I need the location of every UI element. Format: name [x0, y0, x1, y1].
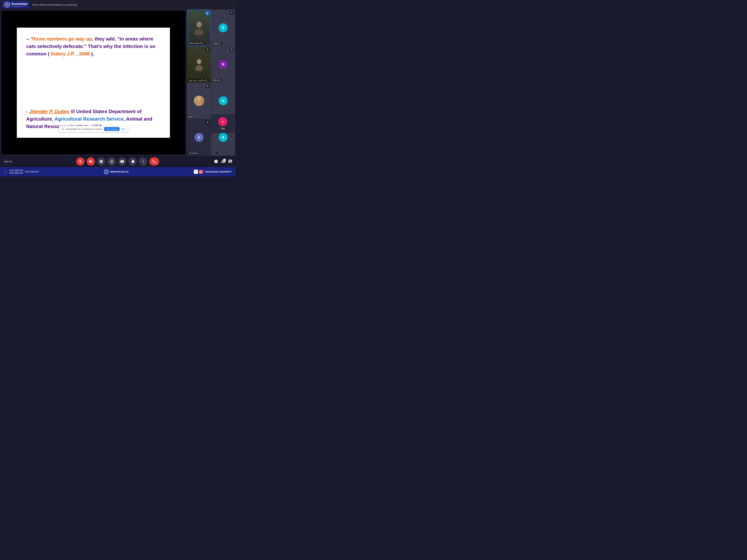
participant-name: عبدالعزيز جميل مهنه A...	[188, 79, 209, 81]
participants-panel: Dhary Alewy Alm... S shilan fa... عبدالع…	[187, 9, 235, 156]
you-avatar: r	[218, 117, 227, 126]
mic-muted-icon	[230, 47, 234, 52]
camera-button[interactable]	[87, 157, 95, 166]
avatar: S	[219, 23, 228, 32]
people-button-wrapper: 18	[221, 159, 225, 163]
logo: Knowledge UNIVERSITY	[2, 1, 29, 8]
participant-tile[interactable]: S shilan fa...	[211, 10, 235, 46]
screen-share-banner: meet.google.com is sharing your screen. …	[59, 126, 128, 132]
footer-right: f KNOWLEDGE UNIVERSITY	[194, 170, 232, 174]
phone-icon: 📞	[4, 170, 7, 174]
slide-citation: Dubey J.P. , 2008	[51, 51, 89, 57]
hide-link[interactable]: Hide	[121, 128, 125, 130]
top-bar: Knowledge UNIVERSITY Dhary Alewy Almashh…	[0, 0, 235, 9]
svg-point-12	[196, 101, 202, 105]
captions-button[interactable]	[97, 157, 105, 166]
instagram-icon	[199, 170, 203, 174]
presentation-area: -- Those numbers go way up, they add, "i…	[0, 9, 187, 156]
right-controls: 18	[214, 159, 232, 163]
globe-icon: 🌐	[104, 169, 108, 174]
mic-muted-icon	[206, 121, 210, 125]
svg-point-11	[197, 97, 201, 101]
participant-tile[interactable]: h hana hiwa	[187, 119, 211, 156]
slide-dash: --	[26, 36, 31, 42]
mic-active-icon	[205, 11, 209, 15]
social-label: KNOWLEDGE UNIVERSITY	[205, 170, 232, 173]
slide-highlight-orange: Those numbers go way up	[31, 36, 92, 42]
participant-tile[interactable]: عبدالعزيز جميل مهنه A...	[187, 46, 211, 82]
logo-title: Knowledge	[11, 2, 27, 6]
facebook-icon: f	[194, 170, 198, 174]
participant-tile[interactable]: Dhary Alewy Alm...	[187, 10, 211, 46]
emoji-button[interactable]	[108, 157, 116, 166]
slide-bottom-dash: -	[26, 109, 29, 114]
slide-blue-text: Agricultural Research Service	[54, 116, 124, 122]
more-options-button[interactable]	[139, 157, 147, 166]
svg-point-10	[195, 65, 203, 71]
avatar: 9	[219, 133, 228, 142]
participant-name: Nyan Ja...	[212, 79, 222, 81]
slide-text-top: -- Those numbers go way up, they add, "i…	[26, 35, 161, 58]
meeting-id: -oqje-nqt	[3, 160, 12, 163]
mic-muted-icon	[230, 11, 234, 15]
you-label: You	[221, 127, 225, 130]
controls-bar: -oqje-nqt	[0, 156, 235, 167]
mic-muted-icon	[206, 84, 210, 88]
website: WWW.KNU.EDU.IQ	[110, 170, 128, 173]
participant-name: shilan fa...	[212, 43, 223, 45]
slide-author-link: Jitender P. Dubey	[29, 109, 70, 114]
participant-name: jiyan ali	[188, 115, 196, 118]
participant-name: 9 c...	[212, 152, 218, 154]
screen-share-text: meet.google.com is sharing your screen.	[66, 128, 103, 130]
social-icons: f	[194, 170, 203, 174]
phone2: 0750 3000 700	[9, 172, 23, 174]
slide-text-top-end: ).	[90, 51, 94, 57]
people-badge: 18	[223, 159, 226, 162]
info-button[interactable]	[214, 159, 218, 163]
logo-text: Knowledge UNIVERSITY	[11, 2, 27, 7]
avatar: h	[195, 133, 204, 142]
stop-sharing-button[interactable]: Stop sharing	[104, 127, 120, 131]
raise-hand-button[interactable]	[128, 157, 137, 166]
footer-center: 🌐 WWW.KNU.EDU.IQ	[104, 169, 128, 174]
svg-point-9	[197, 59, 201, 64]
slide-content: -- Those numbers go way up, they add, "i…	[17, 28, 170, 138]
you-tile[interactable]: r You	[211, 114, 235, 133]
svg-point-8	[195, 29, 204, 35]
logo-subtitle: UNIVERSITY	[11, 5, 27, 7]
phone1: 0750 3000 600	[9, 169, 23, 171]
participant-name: Dhary Alewy Alm...	[189, 42, 206, 45]
slide-container: -- Those numbers go way up, they add, "i…	[1, 11, 185, 154]
participant-tile[interactable]: N Nyan Ja...	[211, 46, 235, 82]
avatar: N	[219, 60, 228, 69]
mic-button[interactable]	[76, 157, 84, 166]
svg-rect-6	[62, 128, 64, 129]
participant-name: hana hiwa	[188, 152, 198, 154]
present-button[interactable]	[118, 157, 126, 166]
end-call-button[interactable]	[149, 157, 159, 166]
mic-muted-icon	[206, 47, 210, 52]
participant-tile[interactable]: H Halala H...	[211, 83, 235, 119]
chat-button[interactable]	[228, 159, 232, 163]
footer: 📞 0750 3000 600 0750 3000 700 0750 3000 …	[0, 167, 235, 177]
participant-tile[interactable]: jiyan ali	[187, 83, 211, 119]
main-layout: -- Those numbers go way up, they add, "i…	[0, 9, 235, 156]
phone3: 0750 3000 800	[25, 170, 38, 173]
footer-left: 📞 0750 3000 600 0750 3000 700 0750 3000 …	[4, 169, 38, 174]
presenting-label: Dhary Alewy Almashhadany is presenting	[32, 3, 77, 6]
svg-point-7	[197, 22, 202, 27]
avatar: H	[219, 96, 228, 105]
